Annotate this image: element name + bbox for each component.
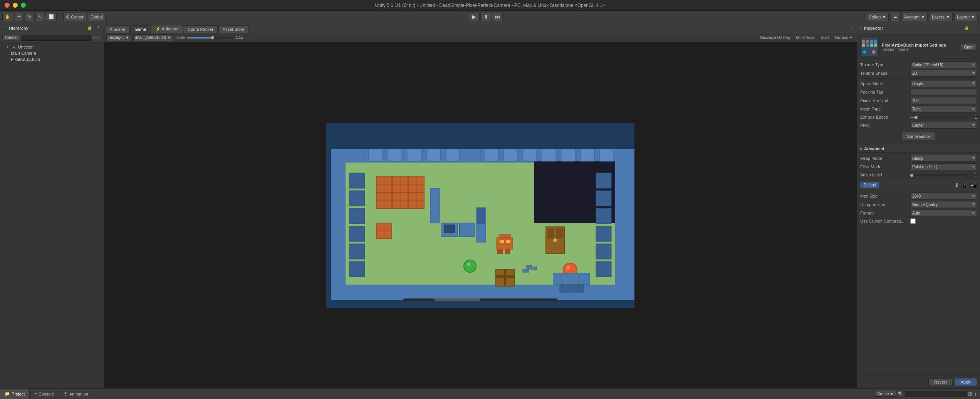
format-select[interactable]: Auto xyxy=(910,210,977,216)
bottom-tab-console[interactable]: ≡ Console xyxy=(30,389,59,399)
wrap-mode-select[interactable]: Clamp xyxy=(910,155,977,162)
bottom-icon2[interactable]: ↕ xyxy=(974,391,977,397)
play-controls: ▶ ⏸ ⏭ xyxy=(469,13,503,21)
pause-button[interactable]: ⏸ xyxy=(480,13,491,21)
tabs-more-icon[interactable]: ⋮ xyxy=(848,25,855,33)
svg-rect-46 xyxy=(500,240,504,243)
packing-tag-input[interactable] xyxy=(910,89,977,96)
divider-1 xyxy=(863,78,974,79)
hand-tool-button[interactable]: ✋ xyxy=(2,13,13,21)
crunch-label: Use Crunch Compres... xyxy=(860,219,910,223)
close-button[interactable] xyxy=(5,3,10,8)
mute-button[interactable]: Mute Audio xyxy=(795,35,817,40)
pixels-per-unit-input[interactable] xyxy=(910,97,977,104)
texture-shape-select[interactable]: 2D xyxy=(910,70,977,77)
tab-sprite-packer[interactable]: Sprite Packer xyxy=(184,25,218,33)
resolution-dropdown[interactable]: iMac (2560x1600) ▼ xyxy=(133,34,173,41)
hierarchy-search-input[interactable] xyxy=(21,35,91,41)
svg-rect-71 xyxy=(596,262,611,277)
rect-icon: ⬜ xyxy=(49,14,54,19)
hierarchy-all-label[interactable]: ▼ All xyxy=(92,35,101,40)
account-button[interactable]: Account ▼ xyxy=(901,13,928,21)
aniso-level-slider-row: 1 xyxy=(910,173,977,177)
bottom-toolbar-right: Create ▼ 🔍 ⊞ ↕ xyxy=(871,391,980,397)
tree-item-untitled[interactable]: ▼ ◄ Untitled* xyxy=(0,44,104,50)
center-label: Center xyxy=(71,15,84,19)
platform-icons-container: ⬇ 📱 📲 xyxy=(955,182,977,188)
open-button[interactable]: Open xyxy=(961,44,977,50)
scale-tool-button[interactable]: ⤡ xyxy=(35,13,44,21)
tree-item-pixel-art-label: PixelArtByBuch xyxy=(11,57,40,62)
step-button[interactable]: ⏭ xyxy=(492,13,503,21)
collab-button[interactable]: Collab ▼ xyxy=(866,13,889,21)
platform-tabs: Default ⬇ 📱 📲 xyxy=(857,180,980,190)
tab-animator[interactable]: ⚡ Animator xyxy=(151,25,183,33)
platform-download-button[interactable]: ⬇ xyxy=(955,182,959,188)
compression-row: Compression Normal Quality xyxy=(860,200,977,209)
svg-rect-49 xyxy=(505,249,510,254)
pivot-select[interactable]: Center xyxy=(910,122,977,129)
svg-rect-42 xyxy=(444,225,455,233)
bottom-tab-animation[interactable]: ⏱ Animation xyxy=(59,389,93,399)
aniso-level-thumb xyxy=(910,174,913,177)
cloud-button[interactable]: ☁ xyxy=(890,13,900,21)
platform-default-tab[interactable]: Default xyxy=(860,182,879,188)
max-size-select[interactable]: 2048 xyxy=(910,193,977,200)
rotate-tool-button[interactable]: ↻ xyxy=(25,13,34,21)
svg-rect-84 xyxy=(503,149,517,161)
scale-slider[interactable] xyxy=(187,37,233,39)
extrude-edges-slider[interactable] xyxy=(910,117,968,118)
global-button[interactable]: Global xyxy=(88,13,106,21)
svg-rect-43 xyxy=(460,223,475,237)
tab-asset-store[interactable]: Asset Store xyxy=(218,25,249,33)
minimize-button[interactable] xyxy=(13,3,18,8)
texture-type-select[interactable]: Sprite (2D and UI) xyxy=(910,61,977,68)
tree-item-main-camera[interactable]: Main Camera xyxy=(0,50,104,56)
maximize-button[interactable] xyxy=(21,3,26,8)
stats-button[interactable]: Stats xyxy=(819,35,831,40)
bottom-icon1[interactable]: ⊞ xyxy=(968,391,973,397)
revert-button[interactable]: Revert xyxy=(928,378,952,386)
play-button[interactable]: ▶ xyxy=(469,13,480,21)
tab-scene[interactable]: # Scene xyxy=(106,25,129,33)
crunch-checkbox[interactable] xyxy=(910,218,916,224)
svg-rect-72 xyxy=(349,173,365,188)
layout-button[interactable]: Layout ▼ xyxy=(954,13,978,21)
rect-tool-button[interactable]: ⬜ xyxy=(46,13,57,21)
platform-tablet-button[interactable]: 📲 xyxy=(970,182,977,188)
layers-label: Layers ▼ xyxy=(932,15,950,19)
main-toolbar: ✋ ✛ ↻ ⤡ ⬜ ◎ Center Global ▶ ⏸ ⏭ Collab ▼… xyxy=(0,11,980,23)
compression-select[interactable]: Normal Quality xyxy=(910,201,977,208)
advanced-arrow: ▶ xyxy=(860,147,863,151)
mesh-type-select[interactable]: Tight xyxy=(910,106,977,112)
extrude-edges-thumb xyxy=(915,116,918,119)
apply-button[interactable]: Apply xyxy=(955,378,977,386)
maximize-play-button[interactable]: Maximize On Play xyxy=(758,35,792,40)
gizmos-button[interactable]: Gizmos ▼ xyxy=(833,35,854,40)
window-controls[interactable] xyxy=(5,3,26,8)
display-dropdown[interactable]: Display 1 ▼ xyxy=(106,34,131,41)
tab-game[interactable]: Game xyxy=(130,25,150,33)
inspector-lock-icon[interactable]: 🔒 xyxy=(964,26,969,30)
sprite-editor-button[interactable]: Sprite Editor xyxy=(902,132,935,140)
svg-rect-101 xyxy=(862,44,865,47)
packing-tag-row: Packing Tag xyxy=(860,88,977,96)
inspector-more-icon[interactable]: ⋮ xyxy=(973,25,977,30)
hierarchy-create-button[interactable]: Create xyxy=(2,35,19,40)
advanced-section-header[interactable]: ▶ Advanced xyxy=(857,145,980,153)
bottom-search-input[interactable] xyxy=(905,391,967,397)
global-label: Global xyxy=(91,15,103,19)
sprite-mode-label: Sprite Mode xyxy=(860,81,910,86)
svg-rect-77 xyxy=(349,262,365,277)
move-tool-button[interactable]: ✛ xyxy=(15,13,23,21)
bottom-tab-project[interactable]: 📁 Project xyxy=(0,389,30,399)
center-button[interactable]: ◎ Center xyxy=(63,13,86,21)
aniso-level-slider[interactable] xyxy=(910,174,968,176)
layers-button[interactable]: Layers ▼ xyxy=(929,13,953,21)
platform-mobile-button[interactable]: 📱 xyxy=(962,182,968,188)
svg-rect-87 xyxy=(561,149,575,161)
bottom-create-button[interactable]: Create ▼ xyxy=(874,391,896,397)
filter-mode-select[interactable]: Point (no filter) xyxy=(910,163,977,170)
tree-item-pixel-art[interactable]: PixelArtByBuch xyxy=(0,56,104,62)
sprite-mode-select[interactable]: Single xyxy=(910,80,977,87)
